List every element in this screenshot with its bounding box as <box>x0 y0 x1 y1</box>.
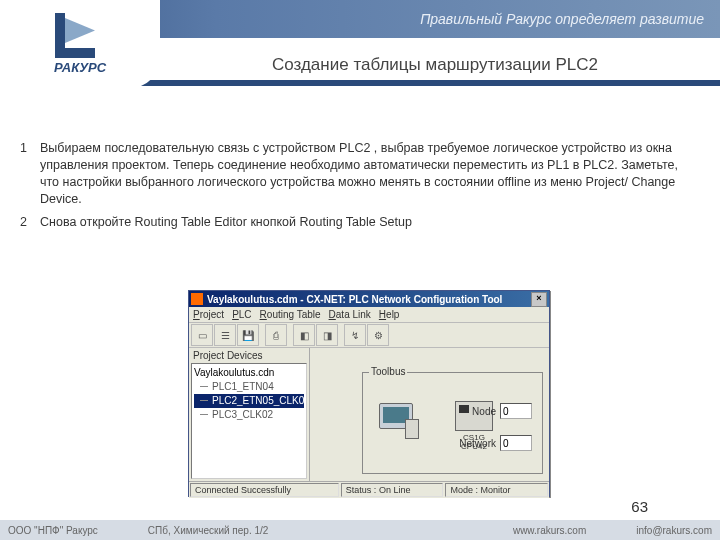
menu-help[interactable]: Help <box>379 309 400 320</box>
toolbar: ▭ ☰ 💾 ⎙ ◧ ◨ ↯ ⚙ <box>189 323 549 348</box>
tool-connect-icon[interactable]: ↯ <box>344 324 366 346</box>
footer-company: ООО "НПФ" Ракурс <box>8 525 98 536</box>
logo-mark <box>55 13 105 58</box>
content: 1 Выбираем последовательную связь с устр… <box>20 140 690 236</box>
titlebar[interactable]: Vaylakoulutus.cdm - CX-NET: PLC Network … <box>189 291 549 307</box>
menubar[interactable]: Project PLC Routing Table Data Link Help <box>189 307 549 323</box>
diagram-panel: Toolbus CS1G CPU42 Node Network <box>310 348 549 481</box>
status-online: Status : On Line <box>341 483 444 497</box>
device-tree[interactable]: Vaylakoulutus.cdn PLC1_ETN04 PLC2_ETN05_… <box>191 363 307 479</box>
toolbus-box: Toolbus CS1G CPU42 Node Network <box>362 372 543 474</box>
menu-routing-table[interactable]: Routing Table <box>260 309 321 320</box>
page-title: Создание таблицы маршрутизации PLC2 <box>170 55 700 75</box>
tool-save-icon[interactable]: 💾 <box>237 324 259 346</box>
node-label: Node <box>472 406 496 417</box>
tool-new-icon[interactable]: ▭ <box>191 324 213 346</box>
close-icon[interactable]: × <box>531 292 547 307</box>
tree-item[interactable]: PLC3_CLK02 <box>194 408 304 422</box>
status-conn: Connected Successfully <box>190 483 339 497</box>
project-panel: Project Devices Vaylakoulutus.cdn PLC1_E… <box>189 348 310 481</box>
menu-plc[interactable]: PLC <box>232 309 251 320</box>
panel-label: Project Devices <box>189 348 309 363</box>
tree-item[interactable]: PLC1_ETN04 <box>194 380 304 394</box>
footer-address: СПб, Химический пер. 1/2 <box>148 525 269 536</box>
menu-data-link[interactable]: Data Link <box>329 309 371 320</box>
logo-text: РАКУРС <box>54 60 106 75</box>
logo: РАКУРС <box>0 0 160 88</box>
toolbus-label: Toolbus <box>369 366 407 377</box>
app-icon <box>191 293 203 305</box>
network-label: Network <box>459 438 496 449</box>
menu-project[interactable]: Project <box>193 309 224 320</box>
status-mode: Mode : Monitor <box>445 483 548 497</box>
cxnet-window: Vaylakoulutus.cdm - CX-NET: PLC Network … <box>188 290 550 497</box>
node-field: Node <box>472 403 532 419</box>
network-field: Network <box>459 435 532 451</box>
tool-plc-icon[interactable]: ⎙ <box>265 324 287 346</box>
footer-email: info@rakurs.com <box>636 525 712 536</box>
footer-url: www.rakurs.com <box>513 525 586 536</box>
window-title: Vaylakoulutus.cdm - CX-NET: PLC Network … <box>207 294 531 305</box>
tool-open-icon[interactable]: ☰ <box>214 324 236 346</box>
footer: ООО "НПФ" Ракурс СПб, Химический пер. 1/… <box>0 520 720 540</box>
node-input[interactable] <box>500 403 532 419</box>
tagline: Правильный Ракурс определяет развитие <box>420 11 704 27</box>
tool-setup-icon[interactable]: ⚙ <box>367 324 389 346</box>
step-text: Снова откройте Routing Table Editor кноп… <box>40 214 690 231</box>
tree-item-selected[interactable]: PLC2_ETN05_CLK01 <box>194 394 304 408</box>
step-num: 2 <box>20 214 40 231</box>
step-num: 1 <box>20 140 40 208</box>
network-input[interactable] <box>500 435 532 451</box>
page-number: 63 <box>631 498 648 515</box>
tree-root[interactable]: Vaylakoulutus.cdn <box>194 366 304 380</box>
tool-route-icon[interactable]: ◧ <box>293 324 315 346</box>
statusbar: Connected Successfully Status : On Line … <box>189 481 549 498</box>
pc-icon[interactable] <box>379 403 417 439</box>
tool-net-icon[interactable]: ◨ <box>316 324 338 346</box>
step-text: Выбираем последовательную связь с устрой… <box>40 140 690 208</box>
